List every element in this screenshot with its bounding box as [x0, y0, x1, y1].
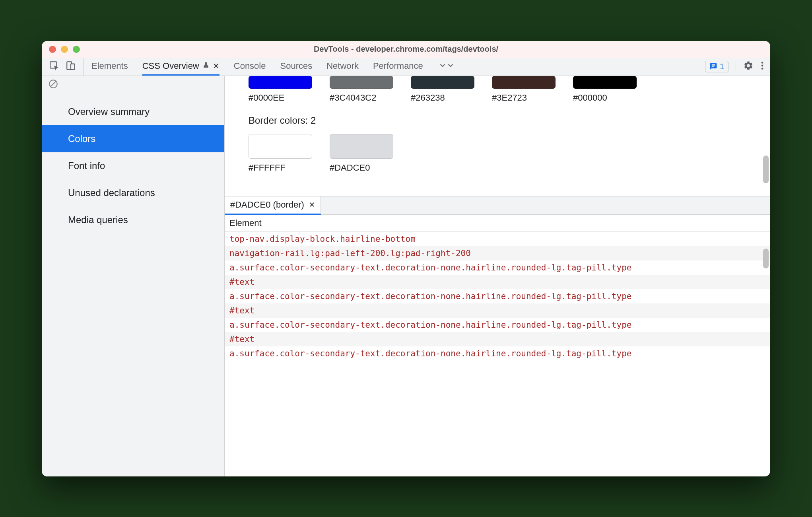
swatch-label: #0000EE: [249, 93, 312, 103]
tab-console[interactable]: Console: [234, 58, 266, 76]
sidebar-item-font-info[interactable]: Font info: [42, 152, 224, 179]
details-tab-label: #DADCE0 (border): [230, 200, 304, 210]
issues-count: 1: [720, 62, 724, 71]
scrollbar-thumb[interactable]: [763, 155, 769, 183]
details-tab[interactable]: #DADCE0 (border) ✕: [225, 196, 321, 215]
colors-content: #0000EE #3C4043C2 #263238 #3E2723: [225, 76, 770, 196]
tab-network[interactable]: Network: [326, 58, 359, 76]
sidebar-items: Overview summary Colors Font info Unused…: [42, 94, 224, 233]
tab-label: Sources: [280, 61, 312, 71]
element-row[interactable]: #text: [225, 275, 770, 289]
swatch-group[interactable]: #3C4043C2: [330, 76, 393, 103]
element-row[interactable]: #text: [225, 332, 770, 346]
settings-icon[interactable]: [743, 60, 754, 72]
main-content: #0000EE #3C4043C2 #263238 #3E2723: [225, 76, 770, 476]
swatch-group[interactable]: #0000EE: [249, 76, 312, 103]
swatch-label: #DADCE0: [330, 163, 393, 173]
element-row[interactable]: navigation-rail.lg:pad-left-200.lg:pad-r…: [225, 246, 770, 260]
color-swatch: [330, 76, 393, 89]
details-panel: #DADCE0 (border) ✕ Element top-nav.displ…: [225, 196, 770, 476]
tab-css-overview[interactable]: CSS Overview ✕: [142, 58, 220, 76]
panel-tabs: Elements CSS Overview ✕ Console Sources …: [91, 58, 699, 76]
tab-label: Network: [326, 61, 359, 71]
svg-point-4: [761, 65, 763, 67]
toolbar-right: 1: [699, 58, 770, 76]
color-swatch: [411, 76, 474, 89]
color-swatch: [249, 134, 312, 159]
divider: [736, 61, 736, 72]
close-window-button[interactable]: [49, 46, 56, 53]
tab-performance[interactable]: Performance: [373, 58, 423, 76]
color-swatch: [492, 76, 556, 89]
svg-line-7: [50, 81, 56, 87]
swatch-label: #3E2723: [492, 93, 556, 103]
issues-icon: [709, 62, 717, 70]
scrollbar-thumb[interactable]: [763, 249, 769, 268]
border-colors-heading: Border colors: 2: [249, 115, 746, 126]
sidebar-item-colors[interactable]: Colors: [42, 125, 224, 152]
svg-point-3: [761, 62, 763, 64]
element-row[interactable]: top-nav.display-block.hairline-bottom: [225, 232, 770, 246]
tab-sources[interactable]: Sources: [280, 58, 312, 76]
close-tab-icon[interactable]: ✕: [213, 61, 220, 71]
sidebar-top: [42, 76, 224, 94]
clear-icon[interactable]: [48, 79, 58, 91]
svg-point-5: [761, 68, 763, 70]
sidebar-item-unused-declarations[interactable]: Unused declarations: [42, 179, 224, 206]
element-row[interactable]: #text: [225, 303, 770, 318]
element-row[interactable]: a.surface.color-secondary-text.decoratio…: [225, 289, 770, 303]
details-tabbar: #DADCE0 (border) ✕: [225, 196, 770, 215]
tab-label: Elements: [91, 61, 128, 71]
panel-body: Overview summary Colors Font info Unused…: [42, 76, 770, 476]
titlebar: DevTools - developer.chrome.com/tags/dev…: [42, 41, 770, 58]
tab-elements[interactable]: Elements: [91, 58, 128, 76]
close-tab-icon[interactable]: ✕: [309, 200, 315, 209]
color-swatch: [573, 76, 637, 89]
swatch-label: #000000: [573, 93, 637, 103]
svg-rect-2: [71, 64, 75, 70]
device-toggle-icon[interactable]: [66, 60, 76, 72]
element-list: top-nav.display-block.hairline-bottom na…: [225, 232, 770, 476]
issues-badge[interactable]: 1: [705, 61, 728, 72]
flask-icon: [202, 61, 210, 71]
swatch-group[interactable]: #263238: [411, 76, 474, 103]
color-swatch: [249, 76, 312, 89]
color-swatch: [330, 134, 393, 159]
minimize-window-button[interactable]: [61, 46, 68, 53]
swatch-group[interactable]: #FFFFFF: [249, 134, 312, 173]
traffic-lights: [49, 46, 80, 53]
swatch-row-top: #0000EE #3C4043C2 #263238 #3E2723: [249, 76, 746, 103]
more-menu-icon[interactable]: [761, 60, 764, 72]
tab-label: Performance: [373, 61, 423, 71]
element-row[interactable]: a.surface.color-secondary-text.decoratio…: [225, 260, 770, 275]
maximize-window-button[interactable]: [73, 46, 80, 53]
element-row[interactable]: a.surface.color-secondary-text.decoratio…: [225, 346, 770, 361]
swatch-label: #3C4043C2: [330, 93, 393, 103]
swatch-label: #FFFFFF: [249, 163, 312, 173]
sidebar-item-overview-summary[interactable]: Overview summary: [42, 98, 224, 125]
devtools-window: DevTools - developer.chrome.com/tags/dev…: [42, 41, 770, 476]
more-tabs-button[interactable]: [437, 58, 456, 76]
swatch-row-border: #FFFFFF #DADCE0: [249, 134, 746, 173]
tab-label: CSS Overview: [142, 61, 199, 71]
swatch-group[interactable]: #3E2723: [492, 76, 556, 103]
tab-label: Console: [234, 61, 266, 71]
toolbar-left-icons: [42, 58, 84, 76]
sidebar-item-media-queries[interactable]: Media queries: [42, 206, 224, 233]
sidebar: Overview summary Colors Font info Unused…: [42, 76, 225, 476]
swatch-group[interactable]: #DADCE0: [330, 134, 393, 173]
swatch-group[interactable]: #000000: [573, 76, 637, 103]
window-title: DevTools - developer.chrome.com/tags/dev…: [42, 45, 770, 54]
toolbar: Elements CSS Overview ✕ Console Sources …: [42, 58, 770, 76]
swatch-label: #263238: [411, 93, 474, 103]
details-column-header: Element: [225, 215, 770, 232]
inspect-element-icon[interactable]: [49, 60, 59, 72]
element-row[interactable]: a.surface.color-secondary-text.decoratio…: [225, 318, 770, 332]
